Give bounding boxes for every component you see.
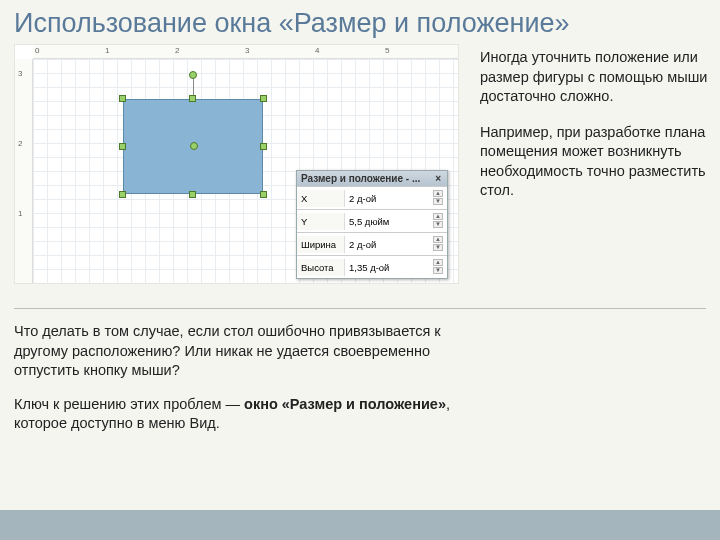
panel-row-height: Высота 1,35 д-ой ▲▼	[297, 255, 447, 278]
panel-titlebar[interactable]: Размер и положение - ... ×	[297, 171, 447, 186]
footer-bar	[0, 510, 720, 540]
resize-handle-sw[interactable]	[119, 191, 126, 198]
size-position-panel[interactable]: Размер и положение - ... × X 2 д-ой ▲▼ Y…	[296, 170, 448, 279]
spinner-icon[interactable]: ▲▼	[433, 236, 443, 252]
ruler-horizontal: 0 1 2 3 4 5	[33, 45, 458, 59]
ruler-tick: 4	[315, 46, 319, 55]
field-value[interactable]: 2 д-ой ▲▼	[345, 233, 447, 255]
spinner-icon[interactable]: ▲▼	[433, 213, 443, 229]
resize-handle-s[interactable]	[189, 191, 196, 198]
field-label: Y	[297, 213, 345, 230]
resize-handle-nw[interactable]	[119, 95, 126, 102]
resize-handle-w[interactable]	[119, 143, 126, 150]
field-label: X	[297, 190, 345, 207]
panel-row-y: Y 5,5 дюйм ▲▼	[297, 209, 447, 232]
field-label: Ширина	[297, 236, 345, 253]
ruler-tick: 3	[18, 69, 22, 78]
spinner-icon[interactable]: ▲▼	[433, 259, 443, 275]
ruler-tick: 1	[18, 209, 22, 218]
ruler-tick: 0	[35, 46, 39, 55]
panel-row-width: Ширина 2 д-ой ▲▼	[297, 232, 447, 255]
panel-title-text: Размер и положение - ...	[301, 173, 420, 184]
ruler-tick: 1	[105, 46, 109, 55]
text-bold: окно «Размер и положение»	[244, 396, 446, 412]
value-text: 1,35 д-ой	[349, 262, 389, 273]
divider	[14, 308, 706, 309]
field-label: Высота	[297, 259, 345, 276]
rectangle-shape[interactable]	[123, 99, 263, 194]
bottom-text-block: Что делать в том случае, если стол ошибо…	[14, 322, 454, 448]
resize-handle-n[interactable]	[189, 95, 196, 102]
paragraph: Иногда уточнить положение или размер фиг…	[480, 48, 708, 107]
ruler-tick: 3	[245, 46, 249, 55]
screenshot-block: 0 1 2 3 4 5 3 2 1	[14, 44, 459, 284]
value-text: 5,5 дюйм	[349, 216, 389, 227]
close-icon[interactable]: ×	[433, 173, 443, 184]
pin-handle[interactable]	[190, 142, 198, 150]
resize-handle-ne[interactable]	[260, 95, 267, 102]
ruler-tick: 2	[18, 139, 22, 148]
ruler-vertical: 3 2 1	[15, 59, 33, 283]
field-value[interactable]: 2 д-ой ▲▼	[345, 187, 447, 209]
field-value[interactable]: 1,35 д-ой ▲▼	[345, 256, 447, 278]
ruler-tick: 5	[385, 46, 389, 55]
right-text-block: Иногда уточнить положение или размер фиг…	[480, 48, 708, 217]
value-text: 2 д-ой	[349, 239, 376, 250]
drawing-canvas: 0 1 2 3 4 5 3 2 1	[14, 44, 459, 284]
resize-handle-se[interactable]	[260, 191, 267, 198]
paragraph: Что делать в том случае, если стол ошибо…	[14, 322, 454, 381]
value-text: 2 д-ой	[349, 193, 376, 204]
resize-handle-e[interactable]	[260, 143, 267, 150]
text: Ключ к решению этих проблем —	[14, 396, 244, 412]
rotation-handle[interactable]	[189, 71, 197, 79]
paragraph: Например, при разработке плана помещения…	[480, 123, 708, 201]
slide-title: Использование окна «Размер и положение»	[0, 0, 720, 45]
spinner-icon[interactable]: ▲▼	[433, 190, 443, 206]
ruler-tick: 2	[175, 46, 179, 55]
panel-row-x: X 2 д-ой ▲▼	[297, 186, 447, 209]
paragraph: Ключ к решению этих проблем — окно «Разм…	[14, 395, 454, 434]
field-value[interactable]: 5,5 дюйм ▲▼	[345, 210, 447, 232]
